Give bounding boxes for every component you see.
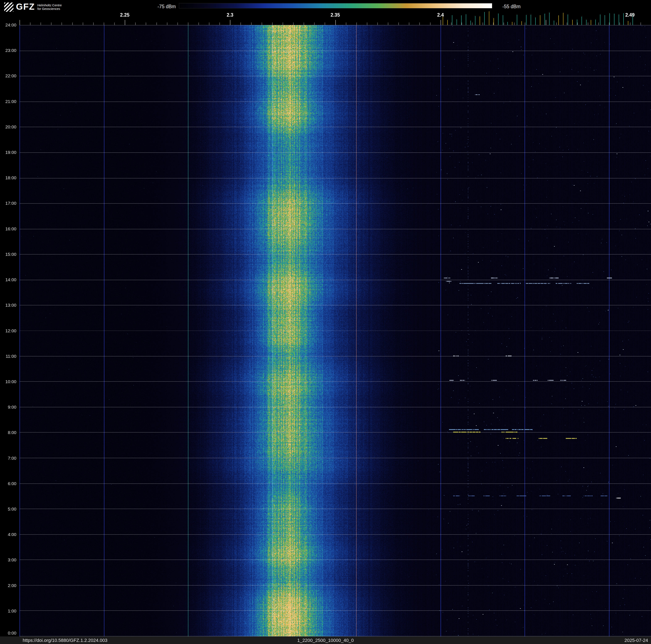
time-tick-label: 8:00 [0, 430, 17, 435]
time-tick-label: 13:00 [0, 303, 17, 308]
time-tick-label: 11:00 [0, 354, 17, 359]
doi-link[interactable]: https://doi.org/10.5880/GFZ.1.2.2024.003 [23, 638, 107, 643]
time-tick-label: 23:00 [0, 48, 17, 53]
time-tick-label: 16:00 [0, 226, 17, 231]
time-tick-label: 18:00 [0, 175, 17, 180]
frequency-ruler-ticks [0, 0, 651, 25]
time-tick-label: 3:00 [0, 557, 17, 562]
time-tick-label: 9:00 [0, 405, 17, 410]
dataset-id: 1_2200_2500_10000_40_0 [297, 638, 354, 643]
spectrogram-canvas [20, 25, 651, 637]
time-tick-label: 4:00 [0, 532, 17, 537]
time-tick-label: 20:00 [0, 124, 17, 129]
time-tick-label: 12:00 [0, 328, 17, 333]
time-tick-label: 21:00 [0, 99, 17, 104]
time-tick-label: 19:00 [0, 150, 17, 155]
time-tick-label: 15:00 [0, 252, 17, 257]
time-tick-label: 1:00 [0, 609, 17, 614]
time-tick-label: 5:00 [0, 506, 17, 511]
time-tick-label: 14:00 [0, 277, 17, 282]
time-tick-label: 6:00 [0, 481, 17, 486]
footer-bar: https://doi.org/10.5880/GFZ.1.2.2024.003… [0, 637, 651, 644]
time-tick-label: 2:00 [0, 583, 17, 588]
time-tick-label: 22:00 [0, 74, 17, 79]
time-tick-label: 0:00 [0, 631, 17, 636]
time-tick-label: 10:00 [0, 379, 17, 384]
spectrogram-page: GFZ Helmholtz Centre for Geosciences -75… [0, 0, 651, 644]
time-tick-label: 17:00 [0, 201, 17, 206]
date-label: 2025-07-24 [624, 638, 648, 643]
time-tick-label: 7:00 [0, 456, 17, 461]
